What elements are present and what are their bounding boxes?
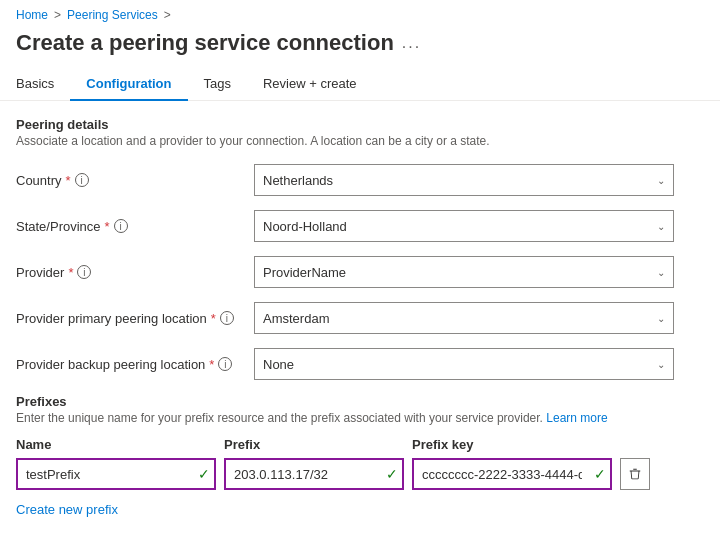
breadcrumb-sep1: >: [54, 8, 61, 22]
prefix-name-check-icon: ✓: [198, 466, 210, 482]
breadcrumb-peering-services[interactable]: Peering Services: [67, 8, 158, 22]
primary-location-info-icon[interactable]: i: [220, 311, 234, 325]
prefixes-title: Prefixes: [16, 394, 704, 409]
state-info-icon[interactable]: i: [114, 219, 128, 233]
page-title: Create a peering service connection: [16, 30, 394, 56]
country-info-icon[interactable]: i: [75, 173, 89, 187]
breadcrumb: Home > Peering Services >: [0, 0, 720, 26]
more-options-button[interactable]: ...: [402, 34, 421, 52]
prefix-prefix-container: ✓: [224, 458, 404, 490]
provider-dropdown[interactable]: ProviderName ⌄: [254, 256, 674, 288]
prefix-prefix-check-icon: ✓: [386, 466, 398, 482]
backup-location-info-icon[interactable]: i: [218, 357, 232, 371]
tab-review-create[interactable]: Review + create: [247, 68, 373, 101]
provider-value: ProviderName: [263, 265, 346, 280]
backup-location-dropdown[interactable]: None ⌄: [254, 348, 674, 380]
state-label: State/Province * i: [16, 219, 246, 234]
delete-prefix-button[interactable]: [620, 458, 650, 490]
tab-tags[interactable]: Tags: [188, 68, 247, 101]
provider-label: Provider * i: [16, 265, 246, 280]
state-required: *: [105, 219, 110, 234]
peering-details-title: Peering details: [16, 117, 704, 132]
prefix-table-header: Name Prefix Prefix key: [16, 437, 704, 452]
peering-details-section: Peering details Associate a location and…: [16, 117, 704, 380]
state-dropdown-arrow: ⌄: [657, 221, 665, 232]
provider-dropdown-arrow: ⌄: [657, 267, 665, 278]
backup-location-required: *: [209, 357, 214, 372]
prefix-prefix-input[interactable]: [224, 458, 404, 490]
state-value: Noord-Holland: [263, 219, 347, 234]
country-dropdown[interactable]: Netherlands ⌄: [254, 164, 674, 196]
tab-basics[interactable]: Basics: [16, 68, 70, 101]
prefix-row: ✓ ✓ ✓: [16, 458, 704, 490]
prefix-key-input[interactable]: [412, 458, 612, 490]
breadcrumb-home[interactable]: Home: [16, 8, 48, 22]
state-province-row: State/Province * i Noord-Holland ⌄: [16, 210, 704, 242]
prefixes-section: Prefixes Enter the unique name for your …: [16, 394, 704, 517]
country-row: Country * i Netherlands ⌄: [16, 164, 704, 196]
prefixes-desc: Enter the unique name for your prefix re…: [16, 411, 704, 425]
backup-location-dropdown-arrow: ⌄: [657, 359, 665, 370]
tabs-row: Basics Configuration Tags Review + creat…: [0, 68, 720, 101]
primary-location-dropdown[interactable]: Amsterdam ⌄: [254, 302, 674, 334]
prefix-key-check-icon: ✓: [594, 466, 606, 482]
backup-location-value: None: [263, 357, 294, 372]
prefix-key-container: ✓: [412, 458, 612, 490]
trash-icon: [628, 467, 642, 481]
country-label: Country * i: [16, 173, 246, 188]
main-content: Peering details Associate a location and…: [0, 101, 720, 553]
provider-info-icon[interactable]: i: [77, 265, 91, 279]
backup-location-label: Provider backup peering location * i: [16, 357, 246, 372]
primary-location-label: Provider primary peering location * i: [16, 311, 246, 326]
page-title-row: Create a peering service connection ...: [0, 26, 720, 68]
peering-details-desc: Associate a location and a provider to y…: [16, 134, 704, 148]
primary-location-row: Provider primary peering location * i Am…: [16, 302, 704, 334]
col-prefix-header: Prefix: [224, 437, 404, 452]
col-key-header: Prefix key: [412, 437, 612, 452]
col-name-header: Name: [16, 437, 216, 452]
primary-location-dropdown-arrow: ⌄: [657, 313, 665, 324]
prefix-name-container: ✓: [16, 458, 216, 490]
state-dropdown[interactable]: Noord-Holland ⌄: [254, 210, 674, 242]
learn-more-link[interactable]: Learn more: [546, 411, 607, 425]
country-required: *: [66, 173, 71, 188]
primary-location-required: *: [211, 311, 216, 326]
country-value: Netherlands: [263, 173, 333, 188]
primary-location-value: Amsterdam: [263, 311, 329, 326]
prefix-name-input[interactable]: [16, 458, 216, 490]
provider-row: Provider * i ProviderName ⌄: [16, 256, 704, 288]
backup-location-row: Provider backup peering location * i Non…: [16, 348, 704, 380]
country-dropdown-arrow: ⌄: [657, 175, 665, 186]
provider-required: *: [68, 265, 73, 280]
create-new-prefix-link[interactable]: Create new prefix: [16, 502, 118, 517]
tab-configuration[interactable]: Configuration: [70, 68, 187, 101]
breadcrumb-sep2: >: [164, 8, 171, 22]
